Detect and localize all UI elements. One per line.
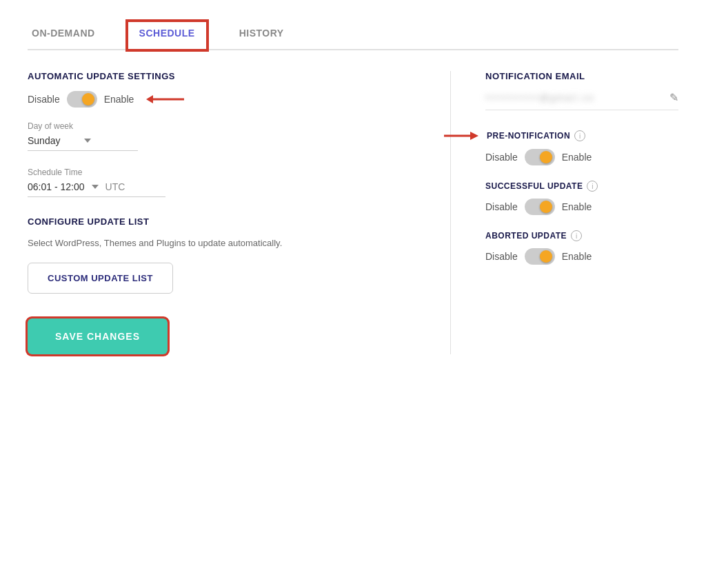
aborted-update-title: ABORTED UPDATE bbox=[485, 231, 567, 241]
configure-description: Select WordPress, Themes and Plugins to … bbox=[28, 236, 416, 250]
arrow-to-pre-notification-icon bbox=[444, 130, 478, 142]
aborted-update-disable-label: Disable bbox=[485, 251, 518, 262]
pre-notification-disable-label: Disable bbox=[485, 152, 518, 163]
notification-email-title: NOTIFICATION EMAIL bbox=[485, 71, 678, 81]
email-display: ••••••••••••@gmail.co bbox=[485, 92, 663, 103]
chevron-down-icon bbox=[84, 139, 91, 143]
auto-update-disable-label: Disable bbox=[28, 94, 60, 105]
day-of-week-section: Day of week Sunday Monday Tuesday Wednes… bbox=[28, 121, 416, 151]
successful-update-enable-label: Enable bbox=[562, 201, 592, 212]
successful-update-disable-label: Disable bbox=[485, 201, 518, 212]
tabs-container: ON-DEMAND SCHEDULE HISTORY bbox=[28, 21, 678, 50]
day-of-week-select[interactable]: Sunday Monday Tuesday Wednesday Thursday… bbox=[28, 135, 79, 146]
main-content: AUTOMATIC UPDATE SETTINGS Disable Enable… bbox=[28, 71, 678, 354]
arrow-pointing-left-icon bbox=[146, 92, 188, 106]
pre-notification-section: PRE-NOTIFICATION i Disable Enable bbox=[485, 130, 678, 165]
schedule-time-timezone: UTC bbox=[105, 181, 125, 192]
successful-update-toggle[interactable] bbox=[525, 199, 555, 215]
successful-update-info-icon[interactable]: i bbox=[587, 181, 598, 192]
notification-email-section: NOTIFICATION EMAIL ••••••••••••@gmail.co… bbox=[485, 71, 678, 110]
pre-notification-title-row: PRE-NOTIFICATION i bbox=[485, 130, 678, 142]
pre-notification-toggle-row: Disable Enable bbox=[485, 149, 678, 165]
auto-update-toggle[interactable] bbox=[67, 91, 97, 108]
day-of-week-select-wrap: Sunday Monday Tuesday Wednesday Thursday… bbox=[28, 135, 138, 151]
auto-update-title: AUTOMATIC UPDATE SETTINGS bbox=[28, 71, 416, 81]
tab-history[interactable]: HISTORY bbox=[235, 21, 288, 50]
auto-update-toggle-row: Disable Enable bbox=[28, 91, 416, 108]
successful-update-title-row: SUCCESSFUL UPDATE i bbox=[485, 181, 678, 192]
aborted-update-toggle-thumb bbox=[540, 250, 552, 263]
auto-update-enable-label: Enable bbox=[104, 94, 134, 105]
pre-notification-toggle[interactable] bbox=[525, 149, 555, 165]
successful-update-toggle-row: Disable Enable bbox=[485, 199, 678, 215]
schedule-time-wrap: 06:01 - 12:00 UTC bbox=[28, 181, 165, 197]
tab-on-demand[interactable]: ON-DEMAND bbox=[28, 21, 99, 50]
pre-notification-enable-label: Enable bbox=[562, 152, 592, 163]
left-column: AUTOMATIC UPDATE SETTINGS Disable Enable… bbox=[28, 71, 416, 354]
right-column: NOTIFICATION EMAIL ••••••••••••@gmail.co… bbox=[485, 71, 678, 354]
aborted-update-title-row: ABORTED UPDATE i bbox=[485, 230, 678, 241]
successful-update-toggle-thumb bbox=[540, 201, 552, 213]
configure-title: CONFIGURE UPDATE LIST bbox=[28, 216, 416, 227]
aborted-update-section: ABORTED UPDATE i Disable Enable bbox=[485, 230, 678, 265]
toggle-thumb bbox=[82, 93, 94, 105]
aborted-update-toggle-row: Disable Enable bbox=[485, 248, 678, 265]
edit-email-icon[interactable]: ✎ bbox=[669, 91, 678, 104]
aborted-update-enable-label: Enable bbox=[562, 251, 592, 262]
save-changes-button[interactable]: SAVE CHANGES bbox=[28, 318, 168, 354]
pre-notification-title: PRE-NOTIFICATION bbox=[487, 131, 570, 141]
custom-update-list-button[interactable]: CUSTOM UPDATE LIST bbox=[28, 263, 173, 294]
pre-notification-toggle-thumb bbox=[540, 151, 552, 163]
aborted-update-toggle[interactable] bbox=[525, 248, 555, 265]
schedule-time-label: Schedule Time bbox=[28, 168, 416, 177]
email-row: ••••••••••••@gmail.co ✎ bbox=[485, 91, 678, 110]
successful-update-section: SUCCESSFUL UPDATE i Disable Enable bbox=[485, 181, 678, 215]
schedule-time-value: 06:01 - 12:00 bbox=[28, 181, 85, 192]
schedule-time-chevron-icon[interactable] bbox=[92, 185, 99, 189]
successful-update-title: SUCCESSFUL UPDATE bbox=[485, 181, 583, 191]
aborted-update-info-icon[interactable]: i bbox=[571, 230, 582, 241]
svg-marker-3 bbox=[470, 132, 478, 140]
tab-schedule[interactable]: SCHEDULE bbox=[127, 21, 208, 50]
vertical-divider bbox=[450, 71, 451, 354]
save-section: SAVE CHANGES bbox=[28, 318, 416, 354]
schedule-time-section: Schedule Time 06:01 - 12:00 UTC bbox=[28, 168, 416, 197]
day-of-week-label: Day of week bbox=[28, 121, 416, 131]
svg-marker-1 bbox=[146, 95, 153, 103]
pre-notification-info-icon[interactable]: i bbox=[574, 130, 585, 141]
